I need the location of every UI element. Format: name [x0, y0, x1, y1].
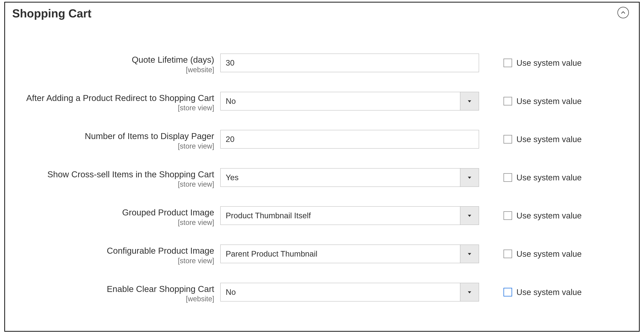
control-cell: [220, 54, 479, 72]
scope-label: [store view]: [12, 257, 214, 265]
field-label: Grouped Product Image: [12, 207, 214, 218]
row-configurable-image: Configurable Product Image [store view] …: [5, 244, 639, 265]
use-system-value-clear-cart[interactable]: Use system value: [504, 283, 644, 302]
config-section-panel: Shopping Cart Quote Lifetime (days) [web…: [4, 2, 640, 332]
use-system-value-label: Use system value: [516, 173, 582, 182]
svg-marker-3: [468, 253, 471, 255]
select-value: No: [221, 283, 460, 301]
scope-label: [store view]: [12, 142, 214, 150]
control-cell: No: [220, 92, 479, 110]
control-cell: No: [220, 283, 479, 302]
caret-down-icon: [467, 175, 472, 180]
select-value: Product Thumbnail Itself: [221, 206, 460, 224]
field-label: After Adding a Product Redirect to Shopp…: [12, 93, 214, 103]
caret-down-icon: [467, 290, 472, 295]
use-system-value-label: Use system value: [516, 249, 582, 259]
collapse-toggle[interactable]: [618, 7, 629, 18]
use-system-value-label: Use system value: [516, 134, 582, 144]
checkbox-icon: [504, 97, 512, 106]
checkbox-icon: [504, 250, 512, 258]
checkbox-icon: [504, 211, 512, 220]
fields-container: Quote Lifetime (days) [website] Use syst…: [5, 32, 639, 303]
grouped-image-select[interactable]: Product Thumbnail Itself: [220, 206, 479, 225]
quote-lifetime-input[interactable]: [220, 54, 479, 72]
field-label: Show Cross-sell Items in the Shopping Ca…: [12, 169, 214, 180]
redirect-to-cart-select[interactable]: No: [220, 92, 479, 110]
use-system-value-redirect-to-cart[interactable]: Use system value: [504, 92, 644, 110]
field-label: Quote Lifetime (days): [12, 54, 214, 65]
label-cell: Configurable Product Image [store view]: [12, 244, 215, 265]
select-arrow: [460, 206, 479, 224]
row-clear-cart: Enable Clear Shopping Cart [website] No …: [5, 283, 639, 303]
cross-sell-select[interactable]: Yes: [220, 168, 479, 187]
use-system-value-label: Use system value: [516, 287, 582, 297]
select-arrow: [460, 168, 479, 186]
select-value: Yes: [221, 168, 460, 186]
use-system-value-label: Use system value: [516, 96, 582, 106]
use-system-value-pager-items[interactable]: Use system value: [504, 130, 644, 148]
configurable-image-select[interactable]: Parent Product Thumbnail: [220, 244, 479, 263]
caret-down-icon: [467, 213, 472, 218]
label-cell: Number of Items to Display Pager [store …: [12, 130, 215, 150]
section-header: Shopping Cart: [5, 2, 639, 32]
use-system-value-configurable-image[interactable]: Use system value: [504, 244, 644, 263]
control-cell: Yes: [220, 168, 479, 187]
svg-marker-2: [468, 215, 471, 217]
select-value: Parent Product Thumbnail: [221, 245, 460, 263]
label-cell: After Adding a Product Redirect to Shopp…: [12, 92, 215, 112]
row-pager-items: Number of Items to Display Pager [store …: [5, 130, 639, 150]
scope-label: [store view]: [12, 104, 214, 112]
label-cell: Quote Lifetime (days) [website]: [12, 54, 215, 74]
row-redirect-to-cart: After Adding a Product Redirect to Shopp…: [5, 92, 639, 112]
use-system-value-grouped-image[interactable]: Use system value: [504, 206, 644, 225]
caret-down-icon: [467, 251, 472, 256]
section-title: Shopping Cart: [12, 7, 92, 20]
scope-label: [website]: [12, 66, 214, 74]
row-grouped-image: Grouped Product Image [store view] Produ…: [5, 206, 639, 226]
use-system-value-quote-lifetime[interactable]: Use system value: [504, 54, 644, 72]
caret-down-icon: [467, 99, 472, 104]
label-cell: Show Cross-sell Items in the Shopping Ca…: [12, 168, 215, 188]
scope-label: [store view]: [12, 180, 214, 188]
control-cell: Product Thumbnail Itself: [220, 206, 479, 225]
svg-marker-0: [468, 100, 471, 102]
use-system-value-label: Use system value: [516, 211, 582, 220]
field-label: Configurable Product Image: [12, 246, 214, 256]
svg-marker-1: [468, 176, 471, 179]
scope-label: [website]: [12, 295, 214, 303]
control-cell: [220, 130, 479, 148]
row-cross-sell: Show Cross-sell Items in the Shopping Ca…: [5, 168, 639, 188]
checkbox-icon: [504, 288, 512, 296]
control-cell: Parent Product Thumbnail: [220, 244, 479, 263]
clear-cart-select[interactable]: No: [220, 283, 479, 302]
checkbox-icon: [504, 58, 512, 67]
svg-marker-4: [468, 291, 471, 294]
scope-label: [store view]: [12, 218, 214, 226]
label-cell: Enable Clear Shopping Cart [website]: [12, 283, 215, 303]
field-label: Number of Items to Display Pager: [12, 131, 214, 142]
chevron-up-icon: [620, 10, 626, 15]
use-system-value-label: Use system value: [516, 58, 582, 68]
use-system-value-cross-sell[interactable]: Use system value: [504, 168, 644, 187]
select-arrow: [460, 283, 479, 301]
row-quote-lifetime: Quote Lifetime (days) [website] Use syst…: [5, 54, 639, 74]
label-cell: Grouped Product Image [store view]: [12, 206, 215, 226]
pager-items-input[interactable]: [220, 130, 479, 148]
checkbox-icon: [504, 135, 512, 144]
select-arrow: [460, 92, 479, 110]
field-label: Enable Clear Shopping Cart: [12, 284, 214, 294]
select-arrow: [460, 245, 479, 263]
select-value: No: [221, 92, 460, 110]
checkbox-icon: [504, 173, 512, 182]
